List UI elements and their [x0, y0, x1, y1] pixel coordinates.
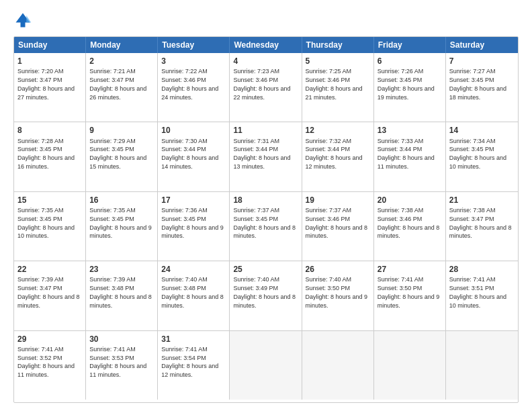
calendar-cell: 28 Sunrise: 7:41 AMSunset: 3:51 PMDaylig… — [446, 261, 518, 330]
cell-info: Sunrise: 7:41 AMSunset: 3:51 PMDaylight:… — [449, 276, 506, 308]
header — [13, 11, 519, 30]
calendar-cell — [374, 331, 446, 400]
calendar-cell: 31 Sunrise: 7:41 AMSunset: 3:54 PMDaylig… — [158, 331, 230, 400]
calendar-cell: 6 Sunrise: 7:26 AMSunset: 3:45 PMDayligh… — [374, 53, 446, 122]
cell-info: Sunrise: 7:22 AMSunset: 3:46 PMDaylight:… — [161, 68, 218, 100]
calendar-cell: 17 Sunrise: 7:36 AMSunset: 3:45 PMDaylig… — [158, 192, 230, 261]
cell-info: Sunrise: 7:27 AMSunset: 3:45 PMDaylight:… — [449, 68, 506, 100]
calendar-cell: 11 Sunrise: 7:31 AMSunset: 3:44 PMDaylig… — [230, 122, 302, 191]
cell-info: Sunrise: 7:37 AMSunset: 3:46 PMDaylight:… — [306, 207, 368, 239]
calendar-row: 1 Sunrise: 7:20 AMSunset: 3:47 PMDayligh… — [14, 53, 518, 122]
calendar-header: SundayMondayTuesdayWednesdayThursdayFrid… — [14, 37, 518, 53]
day-header-sunday: Sunday — [14, 37, 86, 53]
cell-info: Sunrise: 7:34 AMSunset: 3:45 PMDaylight:… — [449, 138, 506, 170]
day-number: 25 — [233, 264, 298, 275]
calendar-cell: 26 Sunrise: 7:40 AMSunset: 3:50 PMDaylig… — [302, 261, 374, 330]
calendar-row: 8 Sunrise: 7:28 AMSunset: 3:45 PMDayligh… — [14, 122, 518, 191]
cell-info: Sunrise: 7:30 AMSunset: 3:44 PMDaylight:… — [161, 138, 218, 170]
cell-info: Sunrise: 7:35 AMSunset: 3:45 PMDaylight:… — [17, 207, 75, 239]
cell-info: Sunrise: 7:40 AMSunset: 3:49 PMDaylight:… — [233, 276, 296, 308]
day-number: 21 — [449, 195, 515, 205]
cell-info: Sunrise: 7:23 AMSunset: 3:46 PMDaylight:… — [233, 68, 290, 100]
page: SundayMondayTuesdayWednesdayThursdayFrid… — [0, 0, 532, 411]
day-number: 9 — [89, 125, 154, 136]
cell-info: Sunrise: 7:32 AMSunset: 3:44 PMDaylight:… — [306, 138, 363, 170]
calendar-cell: 12 Sunrise: 7:32 AMSunset: 3:44 PMDaylig… — [302, 122, 374, 191]
calendar-cell: 16 Sunrise: 7:35 AMSunset: 3:45 PMDaylig… — [86, 192, 158, 261]
cell-info: Sunrise: 7:37 AMSunset: 3:45 PMDaylight:… — [233, 207, 296, 239]
cell-info: Sunrise: 7:26 AMSunset: 3:45 PMDaylight:… — [378, 68, 435, 100]
day-number: 17 — [161, 195, 226, 205]
calendar-cell: 14 Sunrise: 7:34 AMSunset: 3:45 PMDaylig… — [446, 122, 518, 191]
cell-info: Sunrise: 7:20 AMSunset: 3:47 PMDaylight:… — [17, 68, 75, 100]
calendar-cell — [446, 331, 518, 400]
day-number: 28 — [449, 264, 515, 275]
calendar-row: 15 Sunrise: 7:35 AMSunset: 3:45 PMDaylig… — [14, 192, 518, 261]
day-number: 15 — [17, 195, 82, 205]
day-number: 10 — [161, 125, 226, 136]
day-number: 11 — [233, 125, 298, 136]
calendar-cell: 23 Sunrise: 7:39 AMSunset: 3:48 PMDaylig… — [86, 261, 158, 330]
calendar-cell: 1 Sunrise: 7:20 AMSunset: 3:47 PMDayligh… — [14, 53, 86, 122]
calendar-cell: 24 Sunrise: 7:40 AMSunset: 3:48 PMDaylig… — [158, 261, 230, 330]
calendar-body: 1 Sunrise: 7:20 AMSunset: 3:47 PMDayligh… — [14, 53, 518, 400]
cell-info: Sunrise: 7:33 AMSunset: 3:44 PMDaylight:… — [378, 138, 435, 170]
cell-info: Sunrise: 7:38 AMSunset: 3:46 PMDaylight:… — [378, 207, 440, 239]
calendar-cell: 15 Sunrise: 7:35 AMSunset: 3:45 PMDaylig… — [14, 192, 86, 261]
calendar-cell — [230, 331, 302, 400]
cell-info: Sunrise: 7:38 AMSunset: 3:47 PMDaylight:… — [449, 207, 512, 239]
day-header-thursday: Thursday — [302, 37, 374, 53]
calendar-cell: 8 Sunrise: 7:28 AMSunset: 3:45 PMDayligh… — [14, 122, 86, 191]
logo-icon — [13, 11, 32, 30]
calendar-cell: 30 Sunrise: 7:41 AMSunset: 3:53 PMDaylig… — [86, 331, 158, 400]
cell-info: Sunrise: 7:41 AMSunset: 3:53 PMDaylight:… — [89, 346, 146, 378]
cell-info: Sunrise: 7:36 AMSunset: 3:45 PMDaylight:… — [161, 207, 224, 239]
cell-info: Sunrise: 7:21 AMSunset: 3:47 PMDaylight:… — [89, 68, 146, 100]
cell-info: Sunrise: 7:29 AMSunset: 3:45 PMDaylight:… — [89, 138, 146, 170]
calendar-cell: 7 Sunrise: 7:27 AMSunset: 3:45 PMDayligh… — [446, 53, 518, 122]
day-header-tuesday: Tuesday — [158, 37, 230, 53]
cell-info: Sunrise: 7:41 AMSunset: 3:50 PMDaylight:… — [378, 276, 440, 308]
day-number: 5 — [306, 56, 370, 66]
day-header-monday: Monday — [86, 37, 158, 53]
calendar-cell: 19 Sunrise: 7:37 AMSunset: 3:46 PMDaylig… — [302, 192, 374, 261]
calendar-cell: 25 Sunrise: 7:40 AMSunset: 3:49 PMDaylig… — [230, 261, 302, 330]
day-number: 29 — [17, 334, 82, 345]
day-number: 12 — [306, 125, 370, 136]
day-number: 7 — [449, 56, 515, 66]
calendar-row: 22 Sunrise: 7:39 AMSunset: 3:47 PMDaylig… — [14, 261, 518, 330]
cell-info: Sunrise: 7:31 AMSunset: 3:44 PMDaylight:… — [233, 138, 290, 170]
day-number: 19 — [306, 195, 370, 205]
logo — [13, 11, 35, 30]
calendar-cell: 20 Sunrise: 7:38 AMSunset: 3:46 PMDaylig… — [374, 192, 446, 261]
calendar-cell: 5 Sunrise: 7:25 AMSunset: 3:46 PMDayligh… — [302, 53, 374, 122]
day-number: 22 — [17, 264, 82, 275]
calendar-cell: 10 Sunrise: 7:30 AMSunset: 3:44 PMDaylig… — [158, 122, 230, 191]
calendar-cell: 3 Sunrise: 7:22 AMSunset: 3:46 PMDayligh… — [158, 53, 230, 122]
day-number: 18 — [233, 195, 298, 205]
day-number: 13 — [378, 125, 442, 136]
day-number: 26 — [306, 264, 370, 275]
day-header-friday: Friday — [374, 37, 446, 53]
svg-marker-2 — [26, 15, 31, 23]
cell-info: Sunrise: 7:41 AMSunset: 3:52 PMDaylight:… — [17, 346, 75, 378]
calendar-cell: 22 Sunrise: 7:39 AMSunset: 3:47 PMDaylig… — [14, 261, 86, 330]
day-number: 6 — [378, 56, 442, 66]
calendar-row: 29 Sunrise: 7:41 AMSunset: 3:52 PMDaylig… — [14, 331, 518, 400]
cell-info: Sunrise: 7:41 AMSunset: 3:54 PMDaylight:… — [161, 346, 218, 378]
day-number: 4 — [233, 56, 298, 66]
day-number: 23 — [89, 264, 154, 275]
day-number: 27 — [378, 264, 442, 275]
cell-info: Sunrise: 7:28 AMSunset: 3:45 PMDaylight:… — [17, 138, 75, 170]
cell-info: Sunrise: 7:35 AMSunset: 3:45 PMDaylight:… — [89, 207, 152, 239]
calendar-cell: 21 Sunrise: 7:38 AMSunset: 3:47 PMDaylig… — [446, 192, 518, 261]
calendar-cell: 27 Sunrise: 7:41 AMSunset: 3:50 PMDaylig… — [374, 261, 446, 330]
cell-info: Sunrise: 7:25 AMSunset: 3:46 PMDaylight:… — [306, 68, 363, 100]
calendar-cell: 9 Sunrise: 7:29 AMSunset: 3:45 PMDayligh… — [86, 122, 158, 191]
day-number: 16 — [89, 195, 154, 205]
cell-info: Sunrise: 7:39 AMSunset: 3:48 PMDaylight:… — [89, 276, 152, 308]
cell-info: Sunrise: 7:39 AMSunset: 3:47 PMDaylight:… — [17, 276, 80, 308]
day-header-saturday: Saturday — [446, 37, 518, 53]
day-number: 14 — [449, 125, 515, 136]
day-number: 20 — [378, 195, 442, 205]
